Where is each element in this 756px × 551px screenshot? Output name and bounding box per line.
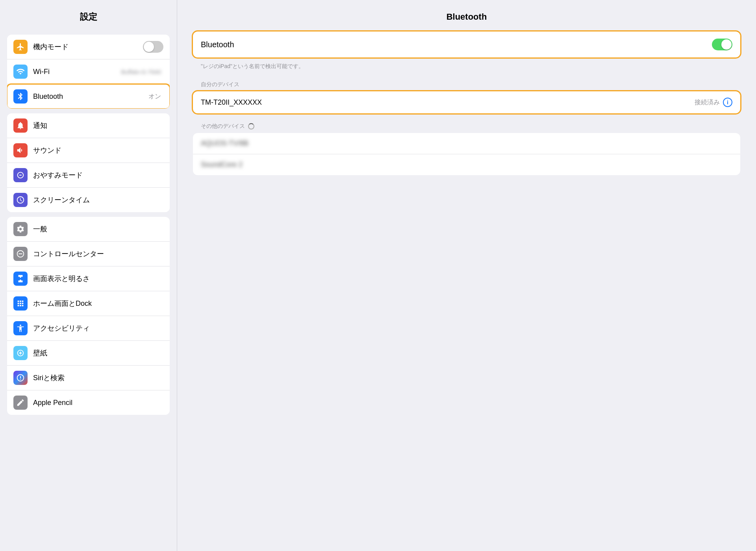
sidebar-item-applepencil[interactable]: Apple Pencil (7, 390, 170, 415)
other-device-name-1: SoundCore 2 (201, 161, 732, 169)
donotdisturb-label: おやすみモード (33, 170, 163, 180)
screentime-label: スクリーンタイム (33, 195, 163, 205)
sidebar: 設定 機内モード Wi-Fi Buffalo-G-7640 Bluetooth … (0, 0, 177, 551)
sidebar-item-screentime[interactable]: スクリーンタイム (7, 188, 170, 212)
sidebar-item-siri[interactable]: Siriと検索 (7, 366, 170, 390)
display-icon (13, 272, 28, 286)
sidebar-item-sound[interactable]: サウンド (7, 138, 170, 163)
display-label: 画面表示と明るさ (33, 274, 163, 283)
sidebar-item-airplane[interactable]: 機内モード (7, 35, 170, 59)
sidebar-item-wallpaper[interactable]: 壁紙 (7, 341, 170, 366)
wifi-icon (13, 65, 28, 79)
applepencil-icon (13, 396, 28, 410)
tm-device-row: TM-T20II_XXXXXX 接続済み i (193, 91, 740, 113)
general-icon (13, 222, 28, 236)
accessibility-icon (13, 321, 28, 335)
accessibility-label: アクセシビリティ (33, 324, 163, 333)
siri-icon (13, 371, 28, 385)
bluetooth-row: Bluetooth (193, 31, 740, 57)
siri-label: Siriと検索 (33, 373, 163, 383)
airplane-label: 機内モード (33, 42, 143, 52)
sidebar-item-donotdisturb[interactable]: おやすみモード (7, 163, 170, 188)
discoverable-note: "レジのiPad"という名前で検出可能です。 (193, 61, 740, 75)
bluetooth-label: Bluetooth (33, 92, 148, 101)
notification-icon (13, 118, 28, 133)
wifi-value: Buffalo-G-7640 (121, 68, 161, 75)
connected-device-name: TM-T20II_XXXXXX (201, 98, 695, 107)
connected-device-info-button[interactable]: i (723, 98, 732, 107)
sidebar-title: 設定 (0, 0, 177, 30)
applepencil-label: Apple Pencil (33, 399, 163, 407)
other-device-row-1[interactable]: SoundCore 2 (193, 154, 740, 175)
other-device-name-0: AQUOS-TV/8B (201, 139, 732, 148)
notification-label: 通知 (33, 121, 163, 130)
connected-device-card[interactable]: TM-T20II_XXXXXX 接続済み i (193, 91, 740, 113)
wifi-label: Wi-Fi (33, 68, 121, 76)
homescreen-label: ホーム画面とDock (33, 299, 163, 308)
main-title: Bluetooth (193, 12, 740, 22)
other-device-row-0[interactable]: AQUOS-TV/8B (193, 133, 740, 154)
controlcenter-label: コントロールセンター (33, 249, 163, 259)
wallpaper-label: 壁紙 (33, 348, 163, 358)
controlcenter-icon (13, 247, 28, 261)
other-devices-card: AQUOS-TV/8B SoundCore 2 (193, 133, 740, 175)
sidebar-item-notification[interactable]: 通知 (7, 113, 170, 138)
sidebar-item-bluetooth[interactable]: Bluetooth オン (7, 84, 170, 109)
sidebar-item-homescreen[interactable]: ホーム画面とDock (7, 291, 170, 316)
settings-group-alerts: 通知 サウンド おやすみモード スクリーンタイム (7, 113, 170, 212)
screentime-icon (13, 193, 28, 207)
donotdisturb-icon (13, 168, 28, 182)
sidebar-item-general[interactable]: 一般 (7, 217, 170, 242)
wallpaper-icon (13, 346, 28, 360)
sound-label: サウンド (33, 146, 163, 155)
settings-group-connectivity: 機内モード Wi-Fi Buffalo-G-7640 Bluetooth オン (7, 35, 170, 109)
my-devices-section-label: 自分のデバイス (193, 75, 740, 91)
bluetooth-icon (13, 89, 28, 104)
scanning-spinner (248, 123, 254, 129)
sound-icon (13, 143, 28, 157)
main-content: Bluetooth Bluetooth "レジのiPad"という名前で検出可能で… (177, 0, 756, 551)
sidebar-item-display[interactable]: 画面表示と明るさ (7, 266, 170, 291)
settings-group-system: 一般 コントロールセンター 画面表示と明るさ ホーム画面とDock (7, 217, 170, 415)
bluetooth-setting-label: Bluetooth (201, 40, 712, 49)
general-label: 一般 (33, 224, 163, 234)
airplane-toggle[interactable] (143, 41, 163, 53)
bluetooth-value: オン (148, 92, 161, 101)
sidebar-item-controlcenter[interactable]: コントロールセンター (7, 242, 170, 266)
sidebar-item-wifi[interactable]: Wi-Fi Buffalo-G-7640 (7, 59, 170, 84)
connected-device-status: 接続済み (695, 98, 720, 107)
bluetooth-card: Bluetooth (193, 31, 740, 57)
bluetooth-toggle[interactable] (712, 39, 732, 50)
sidebar-item-accessibility[interactable]: アクセシビリティ (7, 316, 170, 341)
homescreen-icon (13, 296, 28, 311)
other-devices-section-label: その他のデバイス (193, 116, 740, 133)
airplane-icon (13, 40, 28, 54)
